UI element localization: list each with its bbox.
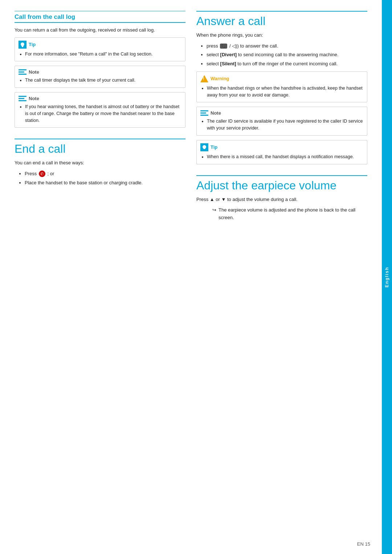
tip-label-1: Tip: [29, 42, 36, 47]
arrow-item: ↪ The earpiece volume is adjusted and th…: [212, 206, 367, 222]
end-call-list-item-2: Place the handset to the base station or…: [25, 179, 185, 187]
warning-list-item: When the handset rings or when the hands…: [207, 85, 363, 99]
tip-label-right: Tip: [211, 144, 217, 150]
note-list-item-1: The call timer displays the talk time of…: [25, 77, 181, 84]
note-box-2: Note If you hear warning tones, the hand…: [15, 92, 185, 128]
warning-header: Warning: [200, 75, 363, 83]
answer-call-body: When the phone rings, you can:: [196, 32, 367, 39]
warning-icon: [200, 75, 208, 83]
call-from-log-section: Call from the call log You can return a …: [15, 11, 185, 128]
end-call-title: End a call: [15, 139, 185, 156]
call-from-log-title: Call from the call log: [15, 11, 185, 23]
note-icon-1: [19, 69, 26, 75]
content-area: Call from the call log You can return a …: [0, 0, 382, 554]
page-footer: EN 15: [357, 541, 370, 547]
note-label-1: Note: [29, 69, 39, 75]
tip-header-1: Tip: [19, 41, 181, 49]
note-box-right: Note The caller ID service is available …: [196, 107, 367, 136]
tip-icon-right: [200, 143, 208, 151]
adjust-volume-title: Adjust the earpiece volume: [196, 175, 367, 192]
note-content-2: If you hear warning tones, the handset i…: [19, 103, 181, 124]
end-call-button-icon: ✆: [39, 171, 45, 177]
tip-box-1: Tip For more information, see "Return a …: [15, 37, 185, 62]
end-call-body: You can end a call in these ways:: [15, 159, 185, 167]
warning-content: When the handset rings or when the hands…: [200, 85, 363, 99]
tip-list-item-right: When there is a missed call, the handset…: [207, 153, 363, 160]
note-label-right: Note: [211, 110, 221, 116]
side-tab-label: English: [384, 267, 389, 287]
arrow-symbol: ↪: [212, 206, 216, 222]
phone-answer-icon: 📞: [220, 44, 227, 49]
warning-triangle-shape: [200, 75, 208, 82]
end-call-list-item-1: Press ✆ ; or: [25, 170, 185, 178]
arrow-indent: ↪ The earpiece volume is adjusted and th…: [196, 206, 367, 222]
answer-call-list-item-3: select [Silent] to turn off the ringer o…: [207, 60, 367, 68]
note-icon-2: [19, 95, 26, 101]
note-header-1: Note: [19, 69, 181, 75]
answer-call-list: press 📞 / ◁)) to answer the call. select…: [196, 42, 367, 68]
answer-call-list-item-1: press 📞 / ◁)) to answer the call.: [207, 42, 367, 50]
tip-box-right: Tip When there is a missed call, the han…: [196, 140, 367, 164]
adjust-volume-body: Press ▲ or ▼ to adjust the volume during…: [196, 196, 367, 203]
divert-label: [Divert]: [220, 52, 237, 57]
note-content-right: The caller ID service is available if yo…: [200, 118, 363, 132]
note-box-1: Note The call timer displays the talk ti…: [15, 66, 185, 88]
tip-icon-1: [19, 41, 26, 49]
warning-box: Warning When the handset rings or when t…: [196, 71, 367, 103]
note-label-2: Note: [29, 96, 39, 101]
end-call-list: Press ✆ ; or Place the handset to the ba…: [15, 170, 185, 187]
tip-header-right: Tip: [200, 143, 363, 151]
end-call-section: End a call You can end a call in these w…: [15, 139, 185, 186]
silent-label: [Silent]: [220, 61, 236, 66]
answer-call-title: Answer a call: [196, 11, 367, 28]
answer-call-section: Answer a call When the phone rings, you …: [196, 11, 367, 164]
tip-list-item-1: For more information, see "Return a call…: [25, 51, 181, 58]
note-icon-right: [200, 110, 208, 116]
note-list-item-2: If you hear warning tones, the handset i…: [25, 103, 181, 124]
arrow-item-text: The earpiece volume is adjusted and the …: [219, 206, 367, 222]
tip-content-right: When there is a missed call, the handset…: [200, 153, 363, 160]
tip-content-1: For more information, see "Return a call…: [19, 51, 181, 58]
left-column: Call from the call log You can return a …: [15, 11, 185, 539]
note-header-right: Note: [200, 110, 363, 116]
side-tab: English: [382, 0, 392, 554]
right-column: Answer a call When the phone rings, you …: [196, 11, 367, 539]
note-header-2: Note: [19, 95, 181, 101]
note-list-item-right: The caller ID service is available if yo…: [207, 118, 363, 132]
call-from-log-body: You can return a call from the outgoing,…: [15, 26, 185, 34]
note-content-1: The call timer displays the talk time of…: [19, 77, 181, 84]
answer-call-list-item-2: select [Divert] to send incoming call to…: [207, 51, 367, 59]
adjust-volume-section: Adjust the earpiece volume Press ▲ or ▼ …: [196, 175, 367, 222]
page-wrapper: English Call from the call log You can r…: [0, 0, 392, 554]
warning-label: Warning: [211, 76, 229, 81]
